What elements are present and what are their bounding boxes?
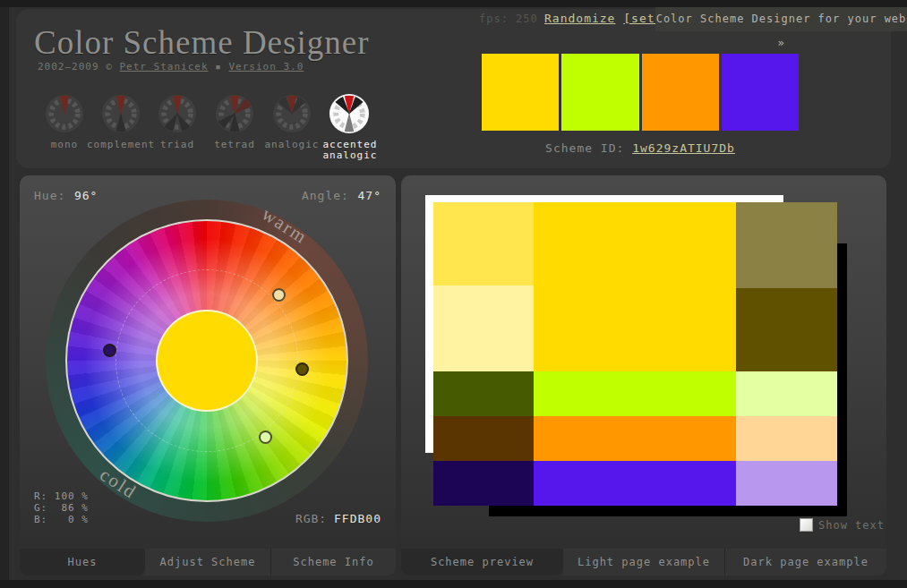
primary-lighter-block (433, 285, 534, 371)
tab-dark-page-example[interactable]: Dark page example (724, 549, 886, 575)
hue-value: 96° (74, 189, 98, 202)
complement-light-block (736, 461, 837, 506)
show-text-label: Show text (818, 519, 885, 532)
page-left-strip (0, 7, 9, 580)
selected-hue-disc[interactable] (156, 310, 258, 412)
primary-dark-marker[interactable] (295, 362, 309, 376)
primary-base-block (534, 202, 736, 371)
mode-accented-analogic-dial-icon[interactable] (329, 93, 370, 134)
secondary-b-marker[interactable] (259, 430, 272, 444)
secondary-a-base-block (534, 416, 736, 461)
scheme-id-label: Scheme ID: (545, 141, 624, 155)
scheme-swatch-secondary-a[interactable] (642, 54, 719, 131)
primary-light-block (433, 202, 534, 285)
rgb-hex-readout: RGB: FFDB00 (295, 512, 381, 525)
angle-value: 47° (358, 189, 381, 202)
tab-scheme-preview[interactable]: Scheme preview (401, 549, 563, 575)
randomize-link[interactable]: Randomize (544, 12, 615, 25)
secondary-b-dark-block (433, 371, 534, 416)
tab-scheme-info[interactable]: Scheme Info (270, 549, 396, 575)
scheme-swatch-primary[interactable] (482, 54, 559, 131)
secondary-b-light-block (736, 371, 837, 416)
secondary-a-marker[interactable] (272, 288, 286, 302)
hue-wheel-panel: Hue: 96° Angle: 47° warm cold R: 100 %G:… (20, 175, 396, 549)
rgb-value: FFDB00 (334, 512, 381, 525)
angle-label: Angle: (302, 189, 349, 202)
fps-counter: fps: 250 (479, 13, 538, 25)
angle-readout: Angle: 47° (302, 186, 381, 203)
complement-base-block (534, 461, 736, 506)
rgb-percentages: R: 100 %G: 86 %B: 0 % (34, 490, 89, 525)
rgb-g: G: 86 % (34, 502, 89, 514)
mode-analogic-dial-icon[interactable] (271, 93, 312, 134)
version-link[interactable]: Version 3.0 (228, 61, 304, 72)
primary-dark-block (736, 202, 837, 288)
hue-readout: Hue: 96° (34, 186, 98, 203)
hue-label: Hue: (34, 189, 65, 202)
page-bottom-strip (0, 580, 907, 588)
rgb-r: R: 100 % (34, 490, 89, 502)
mode-tetrad-dial-icon[interactable] (214, 93, 255, 134)
secondary-a-light-block (736, 416, 837, 461)
secondary-b-base-block (534, 371, 736, 416)
scheme-id-row: Scheme ID: 1w629zATIU7Db (545, 141, 735, 155)
rgb-b: B: 0 % (34, 514, 89, 525)
show-text-control[interactable]: Show text (800, 518, 885, 532)
scheme-id-link[interactable]: 1w629zATIU7Db (632, 141, 735, 155)
show-text-checkbox[interactable] (800, 518, 813, 532)
for-your-web-tab[interactable]: Color Scheme Designer for your web » (655, 7, 907, 31)
copyright-text: 2002–2009 © (38, 61, 113, 72)
secondary-a-dark-block (433, 416, 534, 461)
mode-accented-analogic-label[interactable]: accented analogic (315, 140, 385, 161)
scheme-preview-panel: Show text (401, 175, 886, 549)
tab-hues[interactable]: Hues (20, 549, 145, 575)
complement-dark-block (433, 461, 534, 506)
mode-mono-dial-icon[interactable] (44, 93, 85, 134)
page-top-strip (0, 0, 907, 7)
subtitle-bullet: ▪ (215, 61, 222, 72)
mode-complement-dial-icon[interactable] (100, 93, 141, 134)
primary-darker-block (736, 288, 837, 371)
tab-adjust-scheme[interactable]: Adjust Scheme (145, 549, 270, 575)
tab-light-page-example[interactable]: Light page example (563, 549, 724, 575)
app-title: Color Scheme Designer (34, 23, 369, 62)
scheme-swatch-complement[interactable] (722, 54, 799, 131)
author-link[interactable]: Petr Stanicek (119, 61, 208, 72)
app-subtitle: 2002–2009 © Petr Stanicek ▪ Version 3.0 (38, 61, 304, 72)
complement-marker[interactable] (103, 344, 116, 357)
mode-triad-dial-icon[interactable] (157, 93, 198, 134)
scheme-swatch-secondary-b[interactable] (561, 54, 639, 131)
preview-color-grid (433, 202, 837, 506)
rgb-label: RGB: (295, 512, 327, 525)
